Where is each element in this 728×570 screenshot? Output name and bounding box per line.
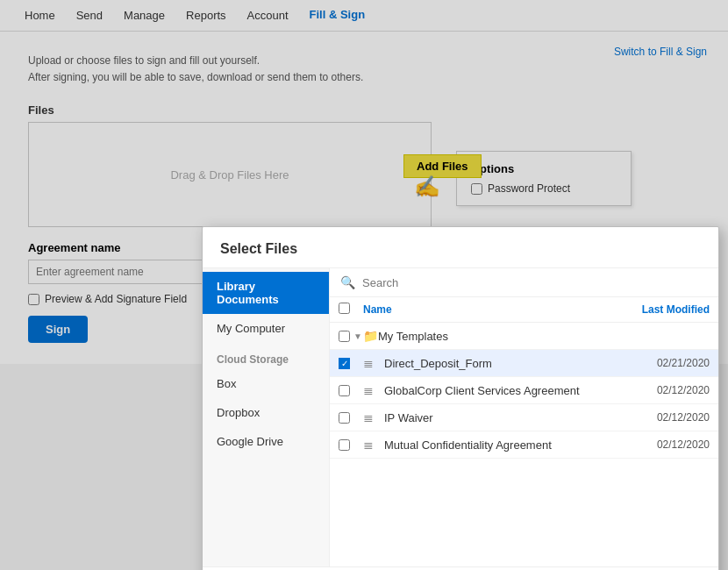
select-all-checkbox[interactable] — [339, 303, 350, 314]
modal-title: Select Files — [203, 227, 718, 268]
file-checkbox-1[interactable] — [339, 385, 350, 396]
file-name-1: GlobalCorp Client Services Agreement — [384, 384, 631, 397]
modal-body: Library Documents My Computer Cloud Stor… — [203, 268, 718, 566]
file-check-1[interactable] — [339, 385, 363, 396]
search-icon: 🔍 — [340, 275, 355, 289]
file-check-3[interactable] — [339, 439, 363, 451]
doc-icon-1: ≣ — [363, 383, 384, 397]
file-row-0[interactable]: ✓ ≣ Direct_Deposit_Form 02/21/2020 — [330, 350, 718, 377]
sidebar-dropbox[interactable]: Dropbox — [203, 398, 329, 427]
modal-sidebar: Library Documents My Computer Cloud Stor… — [203, 268, 330, 566]
file-row-2[interactable]: ≣ IP Waiver 02/12/2020 — [330, 404, 718, 431]
col-name-header: Name — [363, 303, 631, 316]
file-date-3: 02/12/2020 — [631, 438, 710, 451]
doc-icon-3: ≣ — [363, 438, 384, 452]
col-modified-header: Last Modified — [631, 303, 710, 316]
sidebar-my-computer[interactable]: My Computer — [203, 314, 329, 343]
modal-footer: Cancel Attach — [203, 566, 718, 570]
file-check-2[interactable] — [339, 412, 363, 424]
folder-checkbox[interactable] — [339, 331, 350, 342]
file-row-1[interactable]: ≣ GlobalCorp Client Services Agreement 0… — [330, 377, 718, 404]
search-bar: 🔍 — [330, 268, 718, 297]
modal-content: 🔍 Name Last Modified ▼ — [330, 268, 718, 566]
file-date-2: 02/12/2020 — [631, 411, 710, 424]
file-date-0: 02/21/2020 — [631, 357, 710, 369]
checked-box-0: ✓ — [339, 358, 350, 369]
file-checkbox-3[interactable] — [339, 439, 350, 451]
doc-icon-2: ≣ — [363, 410, 384, 424]
sidebar-google-drive[interactable]: Google Drive — [203, 427, 329, 456]
folder-icon: 📁 — [363, 329, 378, 343]
file-check-0[interactable]: ✓ — [339, 358, 363, 369]
folder-row[interactable]: ▼ 📁 My Templates — [330, 323, 718, 350]
doc-icon-0: ≣ — [363, 356, 384, 370]
file-name-3: Mutual Confidentiality Agreement — [384, 438, 631, 452]
folder-name: My Templates — [378, 330, 448, 343]
table-header: Name Last Modified — [330, 297, 718, 323]
select-files-modal: Select Files Library Documents My Comput… — [202, 226, 719, 570]
search-input[interactable] — [362, 276, 708, 289]
sidebar-library-documents[interactable]: Library Documents — [203, 272, 329, 314]
file-table: Name Last Modified ▼ 📁 My Templates ✓ — [330, 297, 718, 566]
file-date-1: 02/12/2020 — [631, 384, 710, 396]
file-row-3[interactable]: ≣ Mutual Confidentiality Agreement 02/12… — [330, 431, 718, 459]
file-checkbox-2[interactable] — [339, 412, 350, 424]
sidebar-box[interactable]: Box — [203, 369, 329, 398]
file-name-0: Direct_Deposit_Form — [384, 357, 631, 370]
folder-check: ▼ — [339, 331, 363, 342]
cloud-storage-label: Cloud Storage — [203, 343, 329, 369]
file-name-2: IP Waiver — [384, 411, 631, 424]
